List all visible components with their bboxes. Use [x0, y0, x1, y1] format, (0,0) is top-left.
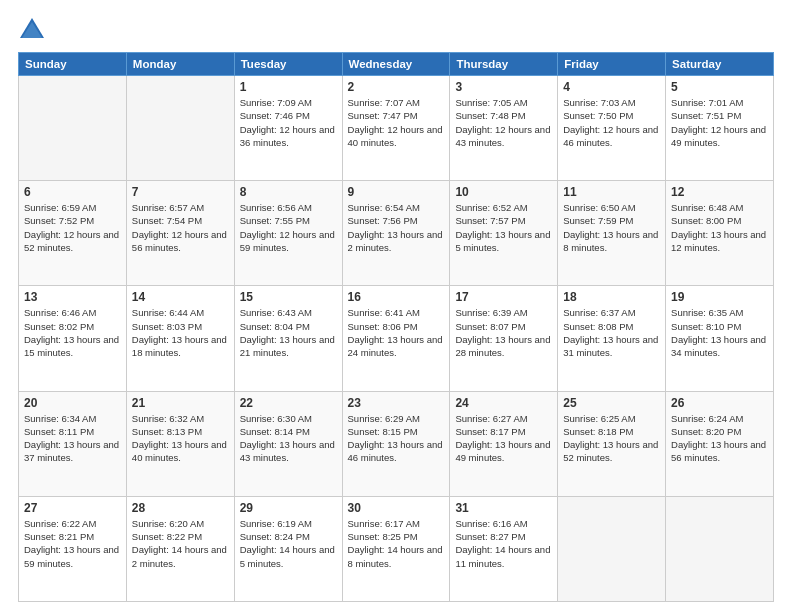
- calendar-cell: 1Sunrise: 7:09 AMSunset: 7:46 PMDaylight…: [234, 76, 342, 181]
- day-info: Sunrise: 6:24 AMSunset: 8:20 PMDaylight:…: [671, 412, 768, 465]
- calendar-cell: 4Sunrise: 7:03 AMSunset: 7:50 PMDaylight…: [558, 76, 666, 181]
- day-info: Sunrise: 7:01 AMSunset: 7:51 PMDaylight:…: [671, 96, 768, 149]
- day-number: 1: [240, 80, 337, 94]
- day-number: 28: [132, 501, 229, 515]
- day-info: Sunrise: 6:30 AMSunset: 8:14 PMDaylight:…: [240, 412, 337, 465]
- day-info: Sunrise: 6:57 AMSunset: 7:54 PMDaylight:…: [132, 201, 229, 254]
- calendar-cell: 2Sunrise: 7:07 AMSunset: 7:47 PMDaylight…: [342, 76, 450, 181]
- calendar-cell: [666, 496, 774, 601]
- day-info: Sunrise: 6:54 AMSunset: 7:56 PMDaylight:…: [348, 201, 445, 254]
- logo: [18, 16, 50, 44]
- day-number: 8: [240, 185, 337, 199]
- weekday-header: Saturday: [666, 53, 774, 76]
- day-number: 5: [671, 80, 768, 94]
- day-number: 19: [671, 290, 768, 304]
- day-info: Sunrise: 6:37 AMSunset: 8:08 PMDaylight:…: [563, 306, 660, 359]
- calendar-cell: 27Sunrise: 6:22 AMSunset: 8:21 PMDayligh…: [19, 496, 127, 601]
- day-number: 10: [455, 185, 552, 199]
- day-number: 16: [348, 290, 445, 304]
- calendar-week-row: 1Sunrise: 7:09 AMSunset: 7:46 PMDaylight…: [19, 76, 774, 181]
- calendar-cell: 18Sunrise: 6:37 AMSunset: 8:08 PMDayligh…: [558, 286, 666, 391]
- day-number: 17: [455, 290, 552, 304]
- day-info: Sunrise: 6:39 AMSunset: 8:07 PMDaylight:…: [455, 306, 552, 359]
- day-number: 31: [455, 501, 552, 515]
- day-info: Sunrise: 6:50 AMSunset: 7:59 PMDaylight:…: [563, 201, 660, 254]
- day-number: 27: [24, 501, 121, 515]
- calendar-header-row: SundayMondayTuesdayWednesdayThursdayFrid…: [19, 53, 774, 76]
- day-number: 9: [348, 185, 445, 199]
- day-number: 11: [563, 185, 660, 199]
- weekday-header: Sunday: [19, 53, 127, 76]
- calendar-table: SundayMondayTuesdayWednesdayThursdayFrid…: [18, 52, 774, 602]
- day-info: Sunrise: 6:46 AMSunset: 8:02 PMDaylight:…: [24, 306, 121, 359]
- day-number: 24: [455, 396, 552, 410]
- weekday-header: Thursday: [450, 53, 558, 76]
- day-info: Sunrise: 6:35 AMSunset: 8:10 PMDaylight:…: [671, 306, 768, 359]
- header: [18, 16, 774, 44]
- calendar-week-row: 13Sunrise: 6:46 AMSunset: 8:02 PMDayligh…: [19, 286, 774, 391]
- day-info: Sunrise: 7:07 AMSunset: 7:47 PMDaylight:…: [348, 96, 445, 149]
- day-info: Sunrise: 6:16 AMSunset: 8:27 PMDaylight:…: [455, 517, 552, 570]
- weekday-header: Friday: [558, 53, 666, 76]
- weekday-header: Monday: [126, 53, 234, 76]
- day-info: Sunrise: 7:03 AMSunset: 7:50 PMDaylight:…: [563, 96, 660, 149]
- calendar-cell: 7Sunrise: 6:57 AMSunset: 7:54 PMDaylight…: [126, 181, 234, 286]
- calendar-cell: 28Sunrise: 6:20 AMSunset: 8:22 PMDayligh…: [126, 496, 234, 601]
- day-number: 3: [455, 80, 552, 94]
- calendar-cell: 16Sunrise: 6:41 AMSunset: 8:06 PMDayligh…: [342, 286, 450, 391]
- calendar-cell: [126, 76, 234, 181]
- day-number: 13: [24, 290, 121, 304]
- day-number: 12: [671, 185, 768, 199]
- day-number: 21: [132, 396, 229, 410]
- day-info: Sunrise: 6:29 AMSunset: 8:15 PMDaylight:…: [348, 412, 445, 465]
- calendar-cell: 10Sunrise: 6:52 AMSunset: 7:57 PMDayligh…: [450, 181, 558, 286]
- day-info: Sunrise: 7:09 AMSunset: 7:46 PMDaylight:…: [240, 96, 337, 149]
- calendar-cell: 24Sunrise: 6:27 AMSunset: 8:17 PMDayligh…: [450, 391, 558, 496]
- day-number: 29: [240, 501, 337, 515]
- day-number: 2: [348, 80, 445, 94]
- day-info: Sunrise: 6:48 AMSunset: 8:00 PMDaylight:…: [671, 201, 768, 254]
- calendar-cell: 22Sunrise: 6:30 AMSunset: 8:14 PMDayligh…: [234, 391, 342, 496]
- day-info: Sunrise: 6:19 AMSunset: 8:24 PMDaylight:…: [240, 517, 337, 570]
- calendar-cell: 11Sunrise: 6:50 AMSunset: 7:59 PMDayligh…: [558, 181, 666, 286]
- day-info: Sunrise: 6:56 AMSunset: 7:55 PMDaylight:…: [240, 201, 337, 254]
- calendar-week-row: 6Sunrise: 6:59 AMSunset: 7:52 PMDaylight…: [19, 181, 774, 286]
- logo-icon: [18, 16, 46, 44]
- calendar-cell: 19Sunrise: 6:35 AMSunset: 8:10 PMDayligh…: [666, 286, 774, 391]
- day-info: Sunrise: 6:41 AMSunset: 8:06 PMDaylight:…: [348, 306, 445, 359]
- day-info: Sunrise: 6:32 AMSunset: 8:13 PMDaylight:…: [132, 412, 229, 465]
- calendar-cell: 29Sunrise: 6:19 AMSunset: 8:24 PMDayligh…: [234, 496, 342, 601]
- day-info: Sunrise: 6:34 AMSunset: 8:11 PMDaylight:…: [24, 412, 121, 465]
- calendar-week-row: 27Sunrise: 6:22 AMSunset: 8:21 PMDayligh…: [19, 496, 774, 601]
- day-number: 23: [348, 396, 445, 410]
- calendar-cell: 13Sunrise: 6:46 AMSunset: 8:02 PMDayligh…: [19, 286, 127, 391]
- calendar-cell: 31Sunrise: 6:16 AMSunset: 8:27 PMDayligh…: [450, 496, 558, 601]
- calendar-cell: 25Sunrise: 6:25 AMSunset: 8:18 PMDayligh…: [558, 391, 666, 496]
- calendar-cell: 3Sunrise: 7:05 AMSunset: 7:48 PMDaylight…: [450, 76, 558, 181]
- day-number: 7: [132, 185, 229, 199]
- page: SundayMondayTuesdayWednesdayThursdayFrid…: [0, 0, 792, 612]
- calendar-cell: 6Sunrise: 6:59 AMSunset: 7:52 PMDaylight…: [19, 181, 127, 286]
- calendar-week-row: 20Sunrise: 6:34 AMSunset: 8:11 PMDayligh…: [19, 391, 774, 496]
- day-number: 4: [563, 80, 660, 94]
- day-number: 22: [240, 396, 337, 410]
- calendar-cell: 23Sunrise: 6:29 AMSunset: 8:15 PMDayligh…: [342, 391, 450, 496]
- calendar-cell: 20Sunrise: 6:34 AMSunset: 8:11 PMDayligh…: [19, 391, 127, 496]
- calendar-cell: 5Sunrise: 7:01 AMSunset: 7:51 PMDaylight…: [666, 76, 774, 181]
- calendar-cell: 15Sunrise: 6:43 AMSunset: 8:04 PMDayligh…: [234, 286, 342, 391]
- day-info: Sunrise: 6:27 AMSunset: 8:17 PMDaylight:…: [455, 412, 552, 465]
- day-info: Sunrise: 6:22 AMSunset: 8:21 PMDaylight:…: [24, 517, 121, 570]
- day-info: Sunrise: 7:05 AMSunset: 7:48 PMDaylight:…: [455, 96, 552, 149]
- calendar-cell: 30Sunrise: 6:17 AMSunset: 8:25 PMDayligh…: [342, 496, 450, 601]
- day-number: 26: [671, 396, 768, 410]
- calendar-cell: 8Sunrise: 6:56 AMSunset: 7:55 PMDaylight…: [234, 181, 342, 286]
- day-info: Sunrise: 6:20 AMSunset: 8:22 PMDaylight:…: [132, 517, 229, 570]
- day-info: Sunrise: 6:17 AMSunset: 8:25 PMDaylight:…: [348, 517, 445, 570]
- calendar-cell: 14Sunrise: 6:44 AMSunset: 8:03 PMDayligh…: [126, 286, 234, 391]
- weekday-header: Wednesday: [342, 53, 450, 76]
- calendar-cell: [558, 496, 666, 601]
- day-number: 14: [132, 290, 229, 304]
- calendar-cell: 21Sunrise: 6:32 AMSunset: 8:13 PMDayligh…: [126, 391, 234, 496]
- day-number: 20: [24, 396, 121, 410]
- day-number: 15: [240, 290, 337, 304]
